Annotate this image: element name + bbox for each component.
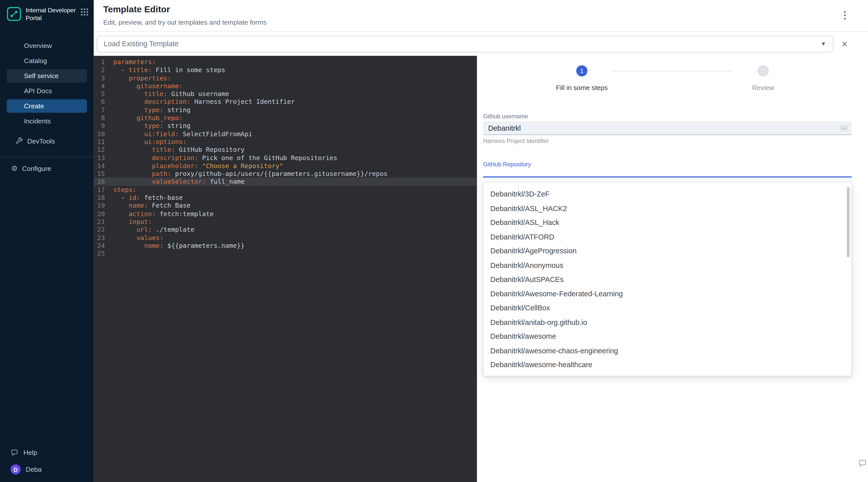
code-line[interactable]: 22 url: ./template xyxy=(94,226,477,234)
sidebar-item-incidents[interactable]: Incidents xyxy=(7,114,87,127)
code-line[interactable]: 10 ui:field: SelectFieldFromApi xyxy=(94,130,477,138)
code-line[interactable]: 25 xyxy=(94,249,477,258)
main: Template Editor Edit, preview, and try o… xyxy=(94,0,868,482)
step-review[interactable]: 2 Review xyxy=(733,65,794,91)
code-text: values: xyxy=(105,234,163,242)
code-line[interactable]: 2 - title: Fill in some steps xyxy=(94,66,477,74)
sidebar-item-label: Incidents xyxy=(24,117,51,125)
feedback-chat-icon[interactable] xyxy=(858,459,867,470)
code-text: title: GitHub Repository xyxy=(105,146,245,154)
code-text: parameters: xyxy=(105,58,156,66)
code-line[interactable]: 4 gitusername: xyxy=(94,82,477,90)
code-line[interactable]: 9 type: string xyxy=(94,122,477,130)
code-line[interactable]: 6 description: Harness Project Identifie… xyxy=(94,98,477,106)
idp-logo[interactable] xyxy=(7,7,21,21)
repo-option[interactable]: Debanitrkl/AutSPACEs xyxy=(484,272,851,287)
line-number: 3 xyxy=(94,74,105,82)
sidebar-item-devtools[interactable]: DevTools xyxy=(7,134,87,148)
code-text: ui:options: xyxy=(105,138,187,146)
line-number: 24 xyxy=(94,241,105,249)
code-line[interactable]: 21 input: xyxy=(94,218,477,226)
code-line[interactable]: 12 title: GitHub Repository xyxy=(94,146,477,154)
repo-option[interactable]: Debanitrkl/awesome-healthcare xyxy=(484,358,851,372)
github-repository-input[interactable] xyxy=(483,170,852,178)
step-label: Review xyxy=(752,84,774,91)
code-text: action: fetch:template xyxy=(105,210,214,218)
sidebar-bottom: Help D Deba xyxy=(0,449,94,482)
content: 1parameters:2 - title: Fill in some step… xyxy=(94,56,868,482)
repo-option[interactable]: Debanitrkl/CellBox xyxy=(484,301,851,315)
close-icon[interactable]: ✕ xyxy=(840,39,849,49)
line-number: 7 xyxy=(94,106,105,114)
code-text: - id: fetch-base xyxy=(105,194,183,202)
code-line[interactable]: 15 path: proxy/github-api/users/{{parame… xyxy=(94,170,477,178)
step-label: Fill in some steps xyxy=(556,84,608,91)
github-username-input[interactable] xyxy=(488,124,837,132)
help-label: Help xyxy=(23,449,37,457)
template-preview: 1 Fill in some steps 2 Review Github use… xyxy=(477,56,868,482)
step-connector xyxy=(613,71,733,71)
line-number: 2 xyxy=(94,66,105,74)
brand: Internal Developer Portal xyxy=(0,0,94,22)
line-number: 14 xyxy=(94,162,105,170)
page-title: Template Editor xyxy=(103,4,868,14)
repo-option[interactable]: Debanitrkl/ATFORD xyxy=(484,230,851,244)
code-line[interactable]: 24 name: ${{parameters.name}} xyxy=(94,241,477,249)
sidebar-item-create[interactable]: Create xyxy=(7,99,87,112)
code-line[interactable]: 1parameters: xyxy=(94,58,477,66)
sidebar-item-api-docs[interactable]: API Docs xyxy=(7,84,87,97)
sidebar-item-label: Create xyxy=(24,102,44,110)
page-header: Template Editor Edit, preview, and try o… xyxy=(94,0,868,32)
dropdown-scrollbar[interactable] xyxy=(847,187,850,257)
code-line[interactable]: 23 values: xyxy=(94,234,477,242)
sidebar-item-catalog[interactable]: Catalog xyxy=(7,54,87,67)
repo-option[interactable]: Debanitrkl/ASL_Hack xyxy=(484,215,851,230)
repo-dropdown: Debanitrkl/3D-ZeFDebanitrkl/ASL_HACK2Deb… xyxy=(483,182,852,376)
code-line[interactable]: 7 type: string xyxy=(94,106,477,114)
user-menu[interactable]: D Deba xyxy=(0,464,94,475)
code-line[interactable]: 8 github_repo: xyxy=(94,114,477,122)
repo-option[interactable]: Debanitrkl/anitab-org.github.io xyxy=(484,315,851,329)
sidebar: Internal Developer Portal Overview Catal… xyxy=(0,0,94,482)
line-number: 15 xyxy=(94,170,105,178)
repo-option[interactable]: Debanitrkl/ASL_HACK2 xyxy=(484,201,851,216)
code-line[interactable]: 19 name: Fetch Base xyxy=(94,202,477,210)
sidebar-item-label: Catalog xyxy=(24,57,47,64)
line-number: 13 xyxy=(94,154,105,162)
code-line[interactable]: 13 description: Pick one of the GitHub R… xyxy=(94,154,477,162)
code-text: url: ./template xyxy=(105,226,194,234)
sidebar-item-configure[interactable]: ⚙ Configure xyxy=(0,161,94,175)
repo-option[interactable]: Debanitrkl/awesome xyxy=(484,329,851,343)
apps-grid-icon[interactable] xyxy=(81,8,88,16)
code-line[interactable]: 17steps: xyxy=(94,186,477,194)
code-text: valueSelector: full_name xyxy=(105,178,245,186)
load-template-select[interactable]: Load Existing Template ▼ xyxy=(96,35,833,52)
repo-option[interactable]: Debanitrkl/3D-ZeF xyxy=(484,187,851,201)
sidebar-item-overview[interactable]: Overview xyxy=(7,39,87,52)
sidebar-item-label: DevTools xyxy=(27,137,55,145)
code-line[interactable]: 3 properties: xyxy=(94,74,477,82)
repo-option[interactable]: Debanitrkl/AgeProgression xyxy=(484,244,851,258)
help-button[interactable]: Help xyxy=(0,449,94,457)
code-line[interactable]: 5 title: Github username xyxy=(94,90,477,98)
code-text: steps: xyxy=(105,186,136,194)
repo-option[interactable]: Debanitrkl/awesome-chaos-engineering xyxy=(484,343,851,358)
load-template-value: Load Existing Template xyxy=(104,40,179,48)
sidebar-item-self-service[interactable]: Self service xyxy=(7,69,87,82)
repo-option[interactable]: Debanitrkl/Awesome-Federated-Learning xyxy=(484,287,851,301)
sidebar-item-label: API Docs xyxy=(24,87,52,94)
code-line[interactable]: 11 ui:options: xyxy=(94,138,477,146)
kebab-menu-icon[interactable] xyxy=(843,10,847,21)
code-text: description: Pick one of the GitHub Repo… xyxy=(105,154,337,162)
step-fill-in-some-steps[interactable]: 1 Fill in some steps xyxy=(551,65,612,91)
repo-option[interactable]: Debanitrkl/Anonymous xyxy=(484,258,851,272)
github-username-helper: Harness Project Identifier xyxy=(483,137,852,144)
code-text xyxy=(105,249,113,258)
code-line[interactable]: 18 - id: fetch-base xyxy=(94,194,477,202)
line-number: 21 xyxy=(94,218,105,226)
code-line[interactable]: 14 placeholder: "Choose a Repository" xyxy=(94,162,477,170)
gear-icon: ⚙ xyxy=(11,164,18,172)
code-line[interactable]: 16 valueSelector: full_name xyxy=(94,178,477,186)
code-editor[interactable]: 1parameters:2 - title: Fill in some step… xyxy=(94,56,477,482)
code-line[interactable]: 20 action: fetch:template xyxy=(94,210,477,218)
